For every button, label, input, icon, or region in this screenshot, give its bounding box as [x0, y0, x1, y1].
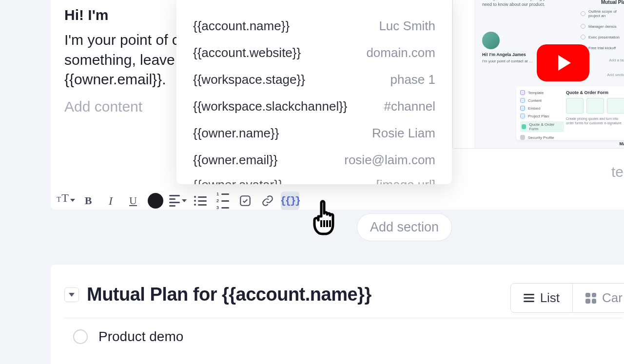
variable-value: phase 1	[390, 72, 435, 87]
svg-rect-0	[240, 196, 250, 206]
variable-value: rosie@laim.com	[344, 153, 435, 168]
variable-key: {{owner.email}}	[193, 153, 277, 168]
variable-value: #channel	[384, 99, 435, 114]
template-list: Template Content Embed Project Plan Quot…	[520, 90, 564, 143]
template-item: Security Profile	[520, 135, 564, 140]
youtube-play-button[interactable]	[537, 44, 589, 81]
link-button[interactable]	[258, 192, 277, 210]
bullet-list-button[interactable]	[191, 192, 210, 210]
overview-subtitle: We're excited to partner with AI5 to tra…	[482, 0, 560, 8]
add-section-mini: Add section	[607, 73, 624, 77]
view-switcher: List Car	[510, 283, 624, 313]
variable-option[interactable]: {{owner.avatar}} [image url]	[176, 173, 452, 184]
template-preview: Quote & Order Form Create pricing quotes…	[566, 90, 624, 125]
add-content-right[interactable]: tent	[611, 164, 624, 180]
divider	[64, 318, 622, 318]
card-view-button[interactable]: Car	[573, 283, 624, 313]
mutual-plan-label: Mutual Plan	[601, 0, 624, 5]
variable-key: {{account.website}}	[193, 45, 301, 60]
italic-button[interactable]: I	[101, 192, 120, 210]
template-picker-mini: Template Content Embed Project Plan Quot…	[516, 86, 624, 140]
template-item-selected: Quote & Order Form	[520, 121, 564, 132]
mini-sidebar	[453, 0, 475, 148]
variable-option[interactable]: {{workspace.stage}} phase 1	[176, 66, 452, 93]
bold-button[interactable]: B	[79, 192, 98, 210]
bullet-list-icon	[194, 196, 207, 206]
variable-key: {{workspace.stage}}	[193, 72, 305, 87]
check-square-icon	[239, 194, 252, 207]
play-icon	[558, 55, 571, 71]
task-item: Outline scope of project an	[581, 9, 624, 18]
form-thumbs	[566, 98, 624, 114]
variable-option[interactable]: {{account.website}} domain.com	[176, 39, 452, 66]
list-view-button[interactable]: List	[510, 283, 573, 313]
grid-icon	[585, 293, 596, 304]
template-item: Template	[520, 90, 564, 95]
align-button[interactable]	[169, 192, 187, 210]
underline-button[interactable]: U	[124, 192, 142, 210]
template-desc: Create pricing quotes and turn into orde…	[566, 116, 624, 125]
template-title: Quote & Order Form	[566, 90, 624, 95]
add-section-button[interactable]: Add section	[357, 213, 452, 241]
chevron-down-icon	[69, 293, 75, 297]
variable-option[interactable]: {{owner.name}} Rosie Liam	[176, 120, 452, 147]
numbered-list-icon: 1 2 3	[216, 192, 229, 210]
text-color-button[interactable]	[146, 192, 165, 210]
color-swatch-icon	[148, 193, 163, 209]
card-view-label: Car	[602, 290, 623, 306]
video-mass-label: Mass	[619, 141, 624, 146]
align-left-icon	[169, 195, 180, 207]
task-item: Exec presentation	[581, 35, 624, 39]
avatar	[482, 32, 500, 49]
list-icon	[524, 294, 534, 302]
plan-task-row[interactable]: Product demo	[64, 329, 622, 345]
greeting-mini-sub: I'm your point of contact at …	[482, 59, 541, 64]
template-item: Content	[520, 98, 564, 103]
variable-option[interactable]: {{account.name}} Luc Smith	[176, 13, 452, 39]
variable-picker-dropdown[interactable]: {{account.name}} Luc Smith {{account.web…	[176, 0, 452, 184]
link-icon	[261, 194, 274, 207]
list-view-label: List	[540, 290, 560, 306]
video-preview-panel: Overview We're excited to partner with A…	[452, 0, 624, 149]
task-item: Manager demos	[581, 24, 624, 29]
variable-value: Rosie Liam	[372, 126, 435, 141]
mutual-plan-card: Mutual Plan for {{account.name}} List Ca…	[51, 265, 624, 364]
text-size-button[interactable]: TT	[57, 192, 75, 210]
variable-key: {{account.name}}	[193, 19, 290, 34]
variable-key: {{owner.avatar}}	[193, 177, 283, 184]
template-item: Project Plan	[520, 114, 564, 118]
collapse-toggle[interactable]	[64, 287, 79, 302]
variable-key: {{owner.name}}	[193, 126, 279, 141]
variable-value: Luc Smith	[379, 19, 435, 34]
variable-option[interactable]: {{owner.email}} rosie@laim.com	[176, 147, 452, 173]
task-checkbox[interactable]	[73, 329, 88, 344]
variable-option[interactable]: {{workspace.slackchannel}} #channel	[176, 93, 452, 120]
variable-value: domain.com	[366, 45, 435, 60]
add-task-mini: Add a task	[609, 58, 624, 62]
variable-key: {{workspace.slackchannel}}	[193, 99, 348, 114]
text-toolbar: TT B I U 1 2 3 {{}}	[51, 190, 305, 211]
task-label: Product demo	[98, 329, 183, 345]
greeting-mini: Hi! I'm Angela James	[482, 52, 526, 57]
variable-value: [image url]	[376, 177, 435, 184]
checklist-button[interactable]	[236, 192, 254, 210]
insert-variable-button[interactable]: {{}}	[281, 192, 299, 210]
plan-title[interactable]: Mutual Plan for {{account.name}}	[87, 284, 371, 305]
template-item: Embed	[520, 106, 564, 111]
braces-icon: {{}}	[280, 195, 300, 207]
numbered-list-button[interactable]: 1 2 3	[214, 192, 232, 210]
